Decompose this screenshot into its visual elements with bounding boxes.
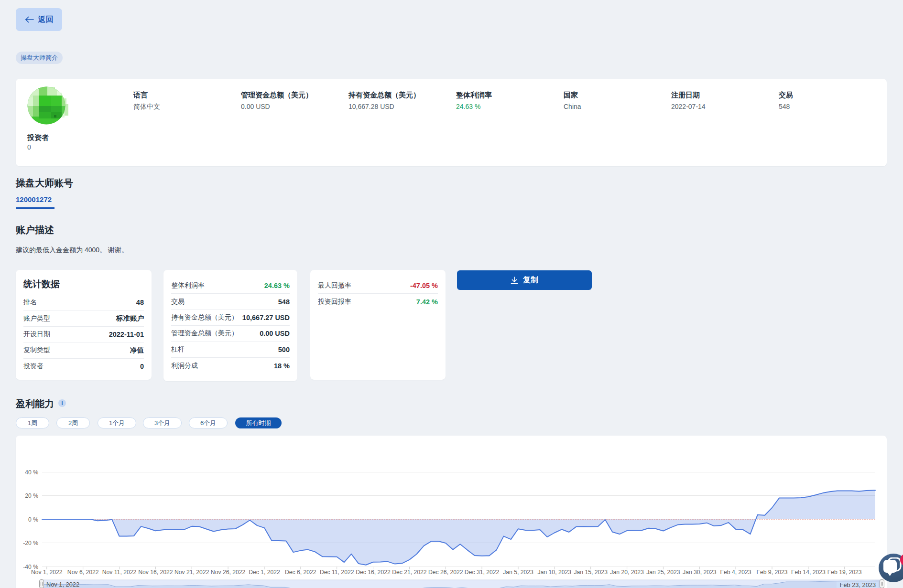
svg-text:Jan 10, 2023: Jan 10, 2023 [538, 569, 572, 576]
svg-text:Feb 14, 2023: Feb 14, 2023 [791, 569, 826, 576]
svg-text:Feb 9, 2023: Feb 9, 2023 [756, 569, 787, 576]
svg-text:Feb 23, 2023: Feb 23, 2023 [840, 581, 876, 588]
svg-text:20 %: 20 % [25, 492, 38, 499]
svg-text:0 %: 0 % [28, 516, 38, 523]
svg-text:Nov 26, 2022: Nov 26, 2022 [211, 569, 246, 576]
svg-text:Dec 26, 2022: Dec 26, 2022 [428, 569, 463, 576]
svg-text:Dec 31, 2022: Dec 31, 2022 [465, 569, 500, 576]
svg-text:Dec 16, 2022: Dec 16, 2022 [356, 569, 391, 576]
svg-text:Dec 6, 2022: Dec 6, 2022 [285, 569, 316, 576]
svg-text:Nov 1, 2022: Nov 1, 2022 [46, 581, 79, 588]
svg-text:Jan 15, 2023: Jan 15, 2023 [574, 569, 608, 576]
svg-text:-20 %: -20 % [23, 540, 38, 546]
svg-text:Jan 25, 2023: Jan 25, 2023 [646, 569, 680, 576]
svg-text:Nov 1, 2022: Nov 1, 2022 [31, 569, 63, 576]
svg-text:Dec 1, 2022: Dec 1, 2022 [249, 569, 280, 576]
svg-text:40 %: 40 % [25, 469, 38, 476]
svg-text:Dec 21, 2022: Dec 21, 2022 [392, 569, 427, 576]
svg-text:Feb 4, 2023: Feb 4, 2023 [720, 569, 751, 576]
svg-text:Jan 20, 2023: Jan 20, 2023 [610, 569, 644, 576]
svg-text:Nov 11, 2022: Nov 11, 2022 [102, 569, 137, 576]
svg-text:Nov 21, 2022: Nov 21, 2022 [174, 569, 209, 576]
svg-text:Jan 30, 2023: Jan 30, 2023 [683, 569, 717, 576]
svg-text:Feb 19, 2023: Feb 19, 2023 [827, 569, 862, 576]
svg-text:Nov 6, 2022: Nov 6, 2022 [67, 569, 99, 576]
svg-text:Nov 16, 2022: Nov 16, 2022 [138, 569, 173, 576]
svg-text:Dec 11, 2022: Dec 11, 2022 [320, 569, 354, 576]
svg-text:Jan 5, 2023: Jan 5, 2023 [503, 569, 533, 576]
